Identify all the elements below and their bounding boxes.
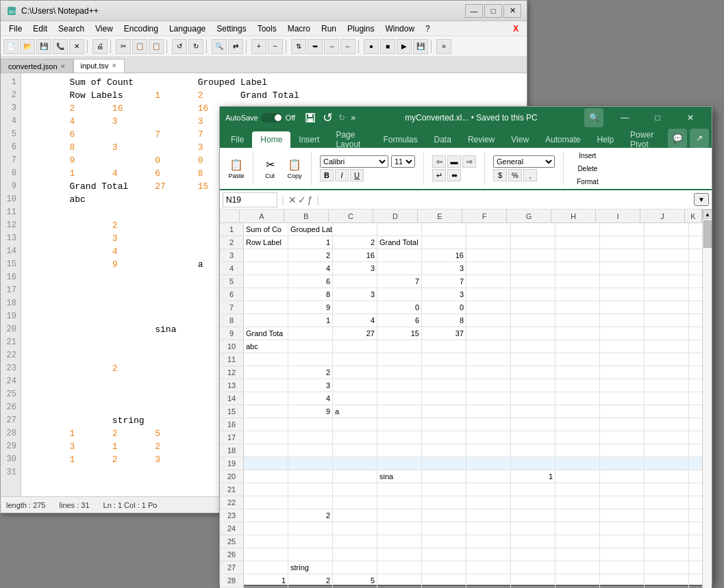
grid-cell-K18[interactable] [689,444,702,457]
ribbon-paste-btn[interactable]: 📋 Paste [225,151,247,186]
grid-cell-B9[interactable] [288,327,333,340]
grid-cell-B4[interactable]: 4 [288,262,333,274]
grid-cell-B27[interactable]: string [288,561,333,574]
grid-cell-J1[interactable] [645,223,689,235]
grid-cell-G14[interactable] [511,392,556,405]
grid-cell-K8[interactable] [689,314,702,327]
grid-cell-E9[interactable]: 37 [422,327,466,340]
table-row[interactable]: 159a [220,405,702,418]
grid-cell-K23[interactable] [689,509,702,522]
table-row[interactable]: 122 [220,366,702,379]
grid-cell-I23[interactable] [600,509,645,522]
grid-cell-C26[interactable] [333,548,377,561]
grid-cell-I6[interactable] [600,288,645,301]
grid-cell-B6[interactable]: 8 [288,288,333,301]
grid-cell-D3[interactable] [377,249,422,261]
grid-cell-J28[interactable] [645,574,689,587]
grid-cell-J19[interactable] [645,457,689,470]
formula-confirm-btn[interactable]: ✓ [298,194,306,205]
grid-cell-H14[interactable] [556,392,600,405]
toolbar-redo[interactable]: ↻ [188,39,203,54]
grid-cell-B2[interactable]: 1 [288,236,333,248]
grid-cell-D23[interactable] [377,509,422,522]
grid-cell-J12[interactable] [645,366,689,379]
grid-cell-E15[interactable] [422,405,466,418]
grid-cell-A15[interactable] [244,405,288,418]
grid-cell-H24[interactable] [556,522,600,535]
grid-cell-C19[interactable] [333,457,377,470]
grid-cell-D6[interactable] [377,288,422,301]
grid-cell-A16[interactable] [244,418,288,431]
tab-converted-json[interactable]: converted.json ✕ [1,59,73,73]
grid-cell-F13[interactable] [466,379,511,392]
grid-cell-J25[interactable] [645,535,689,548]
toolbar-replace[interactable]: ⇄ [228,39,243,54]
grid-cell-E2[interactable] [422,236,466,248]
grid-cell-C8[interactable]: 4 [333,314,377,327]
grid-cell-D14[interactable] [377,392,422,405]
grid-cell-I17[interactable] [600,431,645,444]
grid-cell-E19[interactable] [422,457,466,470]
grid-cell-J5[interactable] [645,275,689,287]
grid-cell-C13[interactable] [333,379,377,392]
grid-cell-F9[interactable] [466,327,511,340]
table-row[interactable]: 27string [220,561,702,574]
grid-cell-F23[interactable] [466,509,511,522]
grid-cell-H3[interactable] [556,249,600,261]
grid-cell-I10[interactable] [600,340,645,353]
grid-cell-K5[interactable] [689,275,702,287]
grid-cell-K15[interactable] [689,405,702,418]
grid-cell-F11[interactable] [466,353,511,366]
grid-cell-C20[interactable] [333,470,377,483]
grid-cell-H1[interactable] [556,223,600,235]
grid-cell-J23[interactable] [645,509,689,522]
grid-cell-B23[interactable]: 2 [288,509,333,522]
insert-cells-btn[interactable]: Insert [572,150,603,162]
grid-cell-B20[interactable] [288,470,333,483]
toolbar-macro-play[interactable]: ▶ [397,39,412,54]
grid-cell-H9[interactable] [556,327,600,340]
grid-cell-H21[interactable] [556,483,600,496]
grid-cell-D21[interactable] [377,483,422,496]
grid-cell-D9[interactable]: 15 [377,327,422,340]
col-header-C[interactable]: C [329,209,373,222]
grid-cell-A26[interactable] [244,548,288,561]
grid-cell-C6[interactable]: 3 [333,288,377,301]
toolbar-copy[interactable]: 📋 [132,39,147,54]
currency-btn[interactable]: $ [493,169,507,181]
grid-cell-K7[interactable] [689,301,702,314]
menu-edit[interactable]: Edit [27,21,53,36]
delete-cells-btn[interactable]: Delete [572,163,603,175]
ribbon-tab-file[interactable]: File [223,131,252,148]
table-row[interactable]: 19 [220,457,702,470]
grid-cell-H15[interactable] [556,405,600,418]
grid-cell-G3[interactable] [511,249,556,261]
ribbon-tab-page-layout[interactable]: Page Layout [327,131,375,148]
grid-cell-H25[interactable] [556,535,600,548]
grid-cell-I24[interactable] [600,522,645,535]
grid-cell-J14[interactable] [645,392,689,405]
grid-cell-K3[interactable] [689,249,702,261]
grid-cell-I5[interactable] [600,275,645,287]
grid-cell-F18[interactable] [466,444,511,457]
grid-cell-J6[interactable] [645,288,689,301]
menu-help[interactable]: ? [420,21,436,36]
grid-cell-G19[interactable] [511,457,556,470]
grid-cell-I19[interactable] [600,457,645,470]
table-row[interactable]: 133 [220,379,702,392]
grid-cell-F4[interactable] [466,262,511,274]
table-row[interactable]: 1Sum of CoGrouped Label [220,223,702,236]
ribbon-tab-help[interactable]: Help [588,131,622,148]
grid-cell-I15[interactable] [600,405,645,418]
grid-cell-C10[interactable] [333,340,377,353]
table-row[interactable]: 28125 [220,574,702,587]
grid-cell-B16[interactable] [288,418,333,431]
grid-cell-I20[interactable] [600,470,645,483]
excel-vscroll[interactable]: ▲ ▼ [702,209,712,588]
grid-cell-H10[interactable] [556,340,600,353]
grid-cell-A18[interactable] [244,444,288,457]
grid-cell-H27[interactable] [556,561,600,574]
grid-cell-E23[interactable] [422,509,466,522]
grid-cell-E16[interactable] [422,418,466,431]
grid-cell-H17[interactable] [556,431,600,444]
